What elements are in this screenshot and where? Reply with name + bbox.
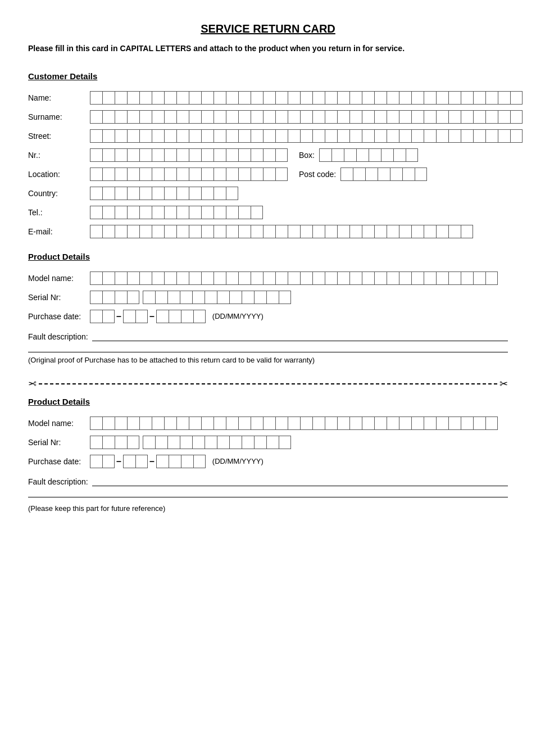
char-box[interactable]	[192, 436, 205, 449]
char-box[interactable]	[189, 129, 201, 143]
char-box[interactable]	[189, 206, 201, 219]
char-box[interactable]	[300, 110, 312, 124]
char-box[interactable]	[312, 91, 325, 105]
char-box[interactable]	[436, 225, 448, 238]
char-box[interactable]	[510, 110, 523, 124]
char-box[interactable]	[127, 187, 139, 200]
char-box[interactable]	[226, 225, 238, 238]
char-box[interactable]	[214, 271, 226, 285]
char-box[interactable]	[411, 225, 424, 238]
char-box[interactable]	[288, 129, 300, 143]
char-box[interactable]	[238, 148, 251, 162]
char-box[interactable]	[374, 225, 387, 238]
char-box[interactable]	[139, 129, 152, 143]
char-box[interactable]	[90, 271, 102, 285]
char-box[interactable]	[349, 110, 362, 124]
char-box[interactable]	[288, 271, 300, 285]
char-box[interactable]	[300, 417, 312, 430]
char-box[interactable]	[90, 455, 102, 468]
char-box[interactable]	[123, 310, 135, 323]
char-box[interactable]	[181, 310, 193, 323]
char-box[interactable]	[217, 291, 229, 304]
char-box[interactable]	[312, 271, 325, 285]
char-box[interactable]	[152, 417, 164, 430]
char-box[interactable]	[226, 129, 238, 143]
char-box[interactable]	[263, 168, 275, 181]
char-box[interactable]	[102, 310, 115, 323]
char-box[interactable]	[164, 417, 176, 430]
char-box[interactable]	[152, 91, 164, 105]
char-box[interactable]	[201, 417, 214, 430]
char-box[interactable]	[164, 91, 176, 105]
char-box[interactable]	[263, 417, 275, 430]
char-box[interactable]	[169, 310, 181, 323]
char-box[interactable]	[448, 91, 461, 105]
char-box[interactable]	[461, 417, 473, 430]
char-box[interactable]	[411, 91, 424, 105]
char-box[interactable]	[411, 271, 424, 285]
char-box[interactable]	[424, 91, 436, 105]
char-box[interactable]	[180, 291, 192, 304]
char-box[interactable]	[399, 110, 411, 124]
char-box[interactable]	[201, 168, 214, 181]
char-box[interactable]	[337, 91, 349, 105]
char-box[interactable]	[485, 129, 498, 143]
char-box[interactable]	[300, 91, 312, 105]
char-box[interactable]	[229, 291, 242, 304]
char-box[interactable]	[461, 225, 473, 238]
char-box[interactable]	[288, 225, 300, 238]
char-box[interactable]	[238, 271, 251, 285]
char-box[interactable]	[424, 225, 436, 238]
char-box[interactable]	[254, 436, 266, 449]
char-box[interactable]	[415, 168, 427, 181]
char-box[interactable]	[251, 168, 263, 181]
char-box[interactable]	[115, 271, 127, 285]
char-box[interactable]	[411, 110, 424, 124]
char-box[interactable]	[143, 436, 155, 449]
char-box[interactable]	[176, 417, 189, 430]
char-box[interactable]	[411, 129, 424, 143]
char-box[interactable]	[344, 148, 356, 162]
model-name-input-1[interactable]	[90, 271, 498, 285]
char-box[interactable]	[139, 225, 152, 238]
serial-nr-input-1[interactable]	[90, 291, 291, 304]
char-box[interactable]	[189, 271, 201, 285]
char-box[interactable]	[263, 91, 275, 105]
char-box[interactable]	[90, 291, 102, 304]
char-box[interactable]	[349, 271, 362, 285]
postcode-input[interactable]	[340, 168, 427, 181]
char-box[interactable]	[473, 110, 485, 124]
char-box[interactable]	[139, 417, 152, 430]
char-box[interactable]	[156, 455, 169, 468]
char-box[interactable]	[164, 225, 176, 238]
char-box[interactable]	[201, 206, 214, 219]
char-box[interactable]	[238, 129, 251, 143]
char-box[interactable]	[201, 110, 214, 124]
char-box[interactable]	[167, 436, 180, 449]
char-box[interactable]	[436, 417, 448, 430]
char-box[interactable]	[127, 91, 139, 105]
char-box[interactable]	[155, 291, 167, 304]
char-box[interactable]	[193, 310, 206, 323]
char-box[interactable]	[251, 417, 263, 430]
street-input[interactable]	[90, 129, 523, 143]
model-name-input-2[interactable]	[90, 417, 498, 430]
char-box[interactable]	[127, 291, 139, 304]
char-box[interactable]	[139, 168, 152, 181]
char-box[interactable]	[201, 187, 214, 200]
char-box[interactable]	[176, 129, 189, 143]
char-box[interactable]	[127, 206, 139, 219]
char-box[interactable]	[164, 271, 176, 285]
char-box[interactable]	[176, 206, 189, 219]
char-box[interactable]	[164, 187, 176, 200]
char-box[interactable]	[473, 271, 485, 285]
char-box[interactable]	[251, 206, 263, 219]
char-box[interactable]	[102, 225, 115, 238]
char-box[interactable]	[127, 129, 139, 143]
char-box[interactable]	[369, 148, 381, 162]
char-box[interactable]	[387, 110, 399, 124]
char-box[interactable]	[226, 417, 238, 430]
char-box[interactable]	[288, 91, 300, 105]
char-box[interactable]	[127, 225, 139, 238]
fault-line-2-1[interactable]	[28, 345, 508, 352]
